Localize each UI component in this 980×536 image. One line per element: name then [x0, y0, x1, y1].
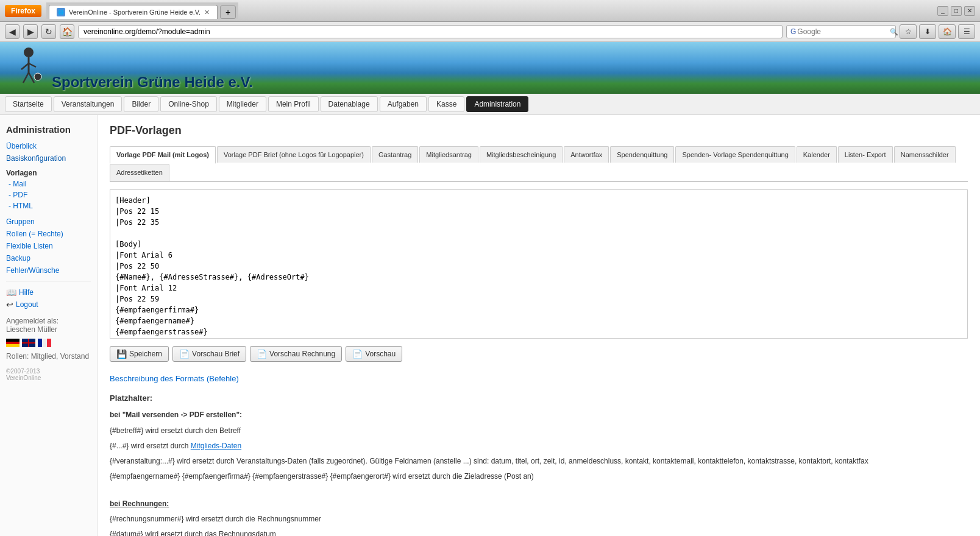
nav-item-veranstaltungen[interactable]: Veranstaltungen [54, 96, 122, 112]
pdf-tab-1[interactable]: Vorlage PDF Brief (ohne Logos für Logopa… [217, 146, 371, 163]
nav-item-mein-profil[interactable]: Mein Profil [268, 96, 319, 112]
svg-line-5 [29, 72, 34, 83]
user-name: Lieschen Müller [6, 325, 91, 334]
platzhalter-title: Platzhalter: [110, 392, 968, 405]
angemeldet-label: Angemeldet als: [6, 317, 91, 325]
action-btn-vorschau[interactable]: 📄Vorschau [346, 346, 402, 362]
sidebar: Administration Überblick Basiskonfigurat… [0, 115, 98, 536]
pdf-tab-8[interactable]: Kalender [797, 146, 837, 163]
sidebar-item-ueberblick[interactable]: Überblick [6, 142, 91, 150]
pdf-tab-11[interactable]: Adressetiketten [110, 164, 169, 180]
pdf-tab-4[interactable]: Mitgliedsbescheinigung [480, 146, 563, 163]
mail-item-1: {#...#} wird ersetzt durch Mitglieds-Dat… [110, 440, 968, 452]
action-btn-vorschau-brief[interactable]: 📄Vorschau Brief [172, 346, 246, 362]
btn-label-0: Speichern [129, 350, 162, 358]
btn-icon-0: 💾 [116, 349, 127, 359]
sidebar-item-mail[interactable]: - Mail [9, 180, 91, 188]
content-area: PDF-Vorlagen Vorlage PDF Mail (mit Logos… [98, 115, 980, 536]
mail-item-3: {#empfaengername#} {#empfaengerfirma#} {… [110, 471, 968, 482]
settings-icon[interactable]: ☰ [958, 24, 975, 39]
rechnung-item-1: {#datum#} wird ersetzt durch das Rechnun… [110, 529, 968, 536]
pdf-tab-9[interactable]: Listen- Export [838, 146, 893, 163]
home-button[interactable]: 🏠 [60, 24, 74, 39]
page-title: PDF-Vorlagen [110, 124, 968, 137]
btn-icon-2: 📄 [257, 349, 267, 359]
flag-german[interactable] [6, 339, 20, 347]
sidebar-user-section: Angemeldet als: Lieschen Müller [6, 317, 91, 334]
pdf-tab-10[interactable]: Namensschilder [894, 146, 956, 163]
flag-english[interactable] [22, 339, 35, 347]
sidebar-section-vorlagen: Vorlagen [6, 169, 91, 177]
sidebar-logout-link[interactable]: Logout [16, 300, 38, 309]
template-editor[interactable]: [Header] |Pos 22 15 |Pos 22 35 [Body] |F… [110, 190, 967, 336]
site-logo-area: Sportverein Grüne Heide e.V. [12, 42, 253, 94]
browser-tab-active[interactable]: 🌐 VereinOnline - Sportverein Grüne Heide… [49, 5, 218, 19]
pdf-tab-7[interactable]: Spenden- Vorlage Spendenquittung [675, 146, 795, 163]
main-layout: Administration Überblick Basiskonfigurat… [0, 115, 980, 536]
action-btn-vorschau-rechnung[interactable]: 📄Vorschau Rechnung [250, 346, 342, 362]
svg-line-3 [29, 63, 36, 67]
sidebar-item-gruppen[interactable]: Gruppen [6, 217, 91, 226]
sidebar-item-basiskonfiguration[interactable]: Basiskonfiguration [6, 154, 91, 163]
nav-item-datenablage[interactable]: Datenablage [321, 96, 378, 112]
address-bar: ◀ ▶ ↻ 🏠 G 🔍 ☆ ⬇ 🏠 ☰ [0, 22, 980, 42]
nav-item-kasse[interactable]: Kasse [428, 96, 464, 112]
toolbar-icons: ☆ ⬇ 🏠 ☰ [900, 24, 975, 39]
flag-french[interactable] [38, 339, 51, 347]
google-icon: G [790, 27, 796, 36]
close-button[interactable]: ✕ [964, 6, 975, 16]
sidebar-hilfe-link[interactable]: Hilfe [19, 288, 34, 297]
reload-button[interactable]: ↻ [41, 24, 56, 39]
sidebar-item-rollen[interactable]: Rollen (= Rechte) [6, 230, 91, 238]
pdf-tab-6[interactable]: Spendenquittung [610, 146, 674, 163]
tab-close-button[interactable]: ✕ [204, 9, 210, 16]
home-nav-icon[interactable]: 🏠 [939, 24, 956, 39]
description-link[interactable]: Beschreibung des Formats (Befehle) [110, 374, 968, 383]
new-tab-button[interactable]: + [220, 5, 236, 19]
btn-label-2: Vorschau Rechnung [269, 350, 335, 358]
sidebar-item-fehler[interactable]: Fehler/Wünsche [6, 266, 91, 275]
tab-favicon: 🌐 [57, 8, 65, 16]
pdf-tab-0[interactable]: Vorlage PDF Mail (mit Logos) [110, 146, 216, 164]
pdf-tab-2[interactable]: Gastantrag [372, 146, 418, 163]
nav-item-aufgaben[interactable]: Aufgaben [380, 96, 427, 112]
sidebar-utility-logout[interactable]: ↩ Logout [6, 300, 91, 309]
btn-label-3: Vorschau [365, 350, 396, 358]
search-bar[interactable]: G 🔍 [786, 25, 896, 38]
download-icon[interactable]: ⬇ [919, 24, 936, 39]
sidebar-item-pdf[interactable]: - PDF [9, 191, 91, 199]
sidebar-item-backup[interactable]: Backup [6, 254, 91, 263]
btn-label-1: Vorschau Brief [192, 350, 240, 358]
search-submit-button[interactable]: 🔍 [890, 28, 898, 36]
nav-item-administration[interactable]: Administration [466, 96, 528, 112]
svg-line-4 [23, 72, 29, 83]
firefox-menu-button[interactable]: Firefox [5, 5, 41, 17]
nav-item-bilder[interactable]: Bilder [124, 96, 158, 112]
nav-item-mitglieder[interactable]: Mitglieder [219, 96, 266, 112]
forward-button[interactable]: ▶ [23, 24, 38, 39]
pdf-tab-5[interactable]: Antwortfax [564, 146, 609, 163]
url-bar[interactable] [78, 25, 783, 38]
sidebar-roles: Rollen: Mitglied, Vorstand [6, 352, 91, 361]
nav-item-online-shop[interactable]: Online-Shop [160, 96, 217, 112]
mail-item-2: {#veranstaltung:...#} wird ersetzt durch… [110, 456, 968, 467]
sidebar-item-html[interactable]: - HTML [9, 202, 91, 210]
action-btn-speichern[interactable]: 💾Speichern [110, 346, 169, 362]
pdf-tab-3[interactable]: Mitgliedsantrag [419, 146, 478, 163]
sidebar-utility-hilfe[interactable]: 📖 Hilfe [6, 287, 91, 297]
minimize-button[interactable]: _ [937, 6, 948, 16]
search-input[interactable] [797, 27, 889, 36]
maximize-button[interactable]: □ [951, 6, 962, 16]
svg-line-2 [21, 63, 29, 69]
hilfe-icon: 📖 [6, 287, 16, 297]
back-button[interactable]: ◀ [5, 24, 20, 39]
sidebar-item-flexible-listen[interactable]: Flexible Listen [6, 242, 91, 250]
site-logo-icon [12, 45, 46, 91]
bookmarks-icon[interactable]: ☆ [900, 24, 917, 39]
mitglieds-daten-link[interactable]: Mitglieds-Daten [191, 442, 241, 450]
action-buttons: 💾Speichern📄Vorschau Brief📄Vorschau Rechn… [110, 346, 968, 362]
nav-item-startseite[interactable]: Startseite [5, 96, 52, 112]
sidebar-title: Administration [6, 124, 91, 135]
btn-icon-1: 📄 [179, 349, 190, 359]
tab-title: VereinOnline - Sportverein Grüne Heide e… [69, 9, 201, 16]
